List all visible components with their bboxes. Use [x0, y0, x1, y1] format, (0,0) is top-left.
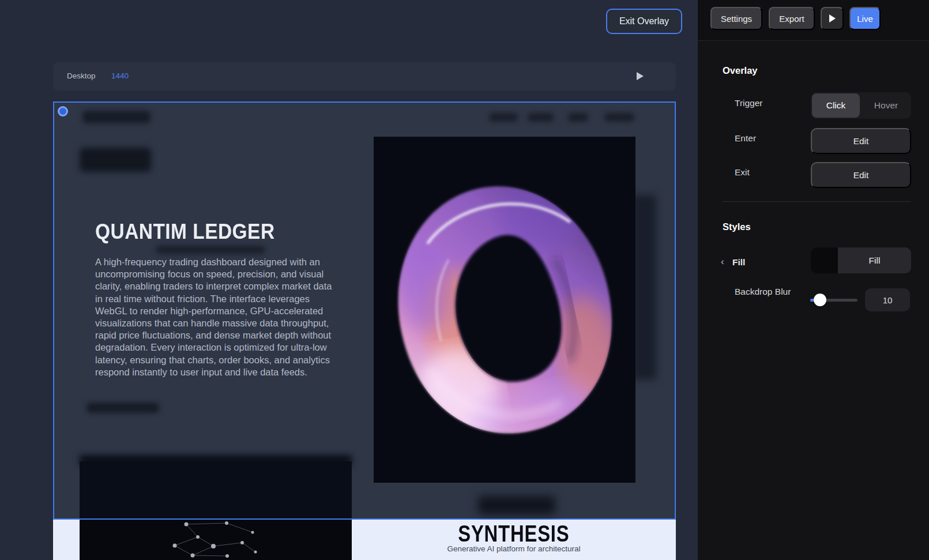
- synthesis-title: SYNTHESIS: [458, 521, 569, 547]
- chevron-left-icon[interactable]: ‹: [721, 256, 724, 268]
- backdrop-blur-label: Backdrop Blur: [735, 287, 791, 297]
- backdrop-blur-value[interactable]: 10: [865, 288, 910, 311]
- overlay-section-title: Overlay: [723, 65, 758, 76]
- hero-title: QUANTIM LEDGER: [95, 220, 275, 244]
- dimmed-nav-item: [528, 113, 554, 122]
- dimmed-nav-item: [604, 113, 634, 122]
- dimmed-nav-item: [489, 113, 518, 122]
- dimmed-subheading: [156, 246, 265, 254]
- selection-handle[interactable]: [58, 106, 68, 116]
- inspector-panel: [698, 0, 929, 560]
- viewport-bar[interactable]: [53, 62, 676, 91]
- styles-section-title: Styles: [723, 221, 751, 232]
- exit-overlay-button[interactable]: Exit Overlay: [606, 9, 682, 34]
- viewport-width-value[interactable]: 1440: [111, 72, 129, 80]
- fill-control-label: Fill: [838, 247, 911, 273]
- enter-edit-button[interactable]: Edit: [811, 128, 911, 154]
- trigger-option-hover[interactable]: Hover: [862, 93, 910, 118]
- live-button[interactable]: Live: [849, 7, 881, 30]
- fill-label: Fill: [732, 257, 745, 268]
- section-divider: [723, 201, 911, 202]
- dimmed-nav-item: [568, 113, 588, 122]
- molecule-network-graphic: [80, 520, 352, 560]
- trigger-label: Trigger: [735, 98, 763, 108]
- hero-description: A high-frequency trading dashboard desig…: [95, 256, 340, 378]
- trigger-segmented-control: Click Hover: [811, 92, 911, 119]
- exit-edit-button[interactable]: Edit: [811, 162, 911, 188]
- fill-control[interactable]: Fill: [811, 247, 911, 273]
- exit-label: Exit: [735, 167, 750, 178]
- trigger-option-click[interactable]: Click: [812, 93, 860, 118]
- dimmed-section-label: [478, 496, 555, 514]
- settings-button[interactable]: Settings: [710, 7, 762, 30]
- enter-label: Enter: [735, 133, 756, 144]
- dimmed-cta-button: [80, 148, 151, 172]
- synthesis-subtitle: Generative AI platform for architectural: [352, 544, 676, 553]
- preview-play-button[interactable]: [821, 7, 844, 30]
- dimmed-site-logo: [82, 111, 151, 123]
- app-window: Exit Overlay Desktop 1440 QUANTIM LEDGER…: [0, 0, 929, 560]
- fill-color-swatch[interactable]: [811, 247, 838, 273]
- synthesis-title-wrap: SYNTHESIS: [352, 521, 676, 547]
- hero-image: [374, 137, 635, 483]
- backdrop-blur-slider-thumb[interactable]: [814, 294, 826, 306]
- stacked-card-edge: [632, 195, 656, 379]
- network-media-block: [80, 520, 352, 560]
- export-button[interactable]: Export: [769, 7, 815, 30]
- viewport-device-label[interactable]: Desktop: [67, 72, 96, 80]
- play-icon: [829, 14, 836, 22]
- viewport-play-icon[interactable]: [637, 72, 644, 80]
- dimmed-media-block: [80, 461, 352, 518]
- glass-torus-graphic: [374, 137, 635, 483]
- dimmed-link: [86, 403, 159, 413]
